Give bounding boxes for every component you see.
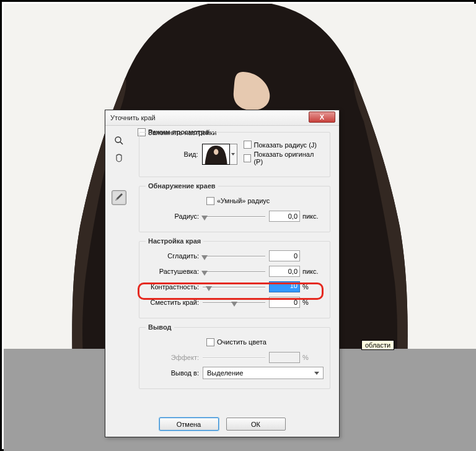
contrast-slider[interactable] bbox=[203, 282, 265, 292]
output-legend: Вывод bbox=[146, 323, 174, 331]
svg-point-0 bbox=[115, 137, 121, 142]
feather-slider[interactable] bbox=[203, 266, 265, 276]
button-row: Отмена ОК bbox=[105, 418, 339, 431]
cancel-button[interactable]: Отмена bbox=[159, 418, 219, 431]
decontaminate-label: Очистить цвета bbox=[217, 338, 267, 346]
smart-radius-label: «Умный» радиус bbox=[217, 197, 270, 204]
show-radius-checkbox[interactable] bbox=[244, 141, 252, 149]
adjust-edge-group: Настройка края Сгладить: Растушевка: bbox=[139, 237, 330, 318]
smart-radius-checkbox[interactable] bbox=[206, 197, 214, 205]
tooltip: области bbox=[361, 340, 394, 350]
close-icon: X bbox=[320, 113, 324, 121]
view-thumbnail[interactable] bbox=[202, 144, 230, 165]
view-dropdown[interactable] bbox=[230, 144, 237, 165]
show-original-checkbox[interactable] bbox=[244, 154, 252, 162]
smooth-label: Сгладить: bbox=[146, 252, 203, 260]
edges-legend: Обнаружение краев bbox=[146, 182, 218, 190]
hand-icon bbox=[114, 153, 124, 163]
edge-detection-group: Обнаружение краев «Умный» радиус Радиус:… bbox=[139, 182, 330, 232]
effect-label: Эффект: bbox=[146, 354, 203, 361]
contrast-label: Контрастность: bbox=[146, 283, 203, 291]
adjust-legend: Настройка края bbox=[146, 237, 203, 245]
contrast-unit: % bbox=[302, 283, 324, 291]
contrast-input[interactable]: 10 bbox=[269, 281, 300, 292]
viewmode-legend: Режим просмотра bbox=[146, 128, 211, 136]
shift-slider[interactable] bbox=[203, 297, 265, 307]
effect-input bbox=[269, 352, 300, 363]
radius-unit: пикс. bbox=[302, 212, 324, 220]
window-title: Уточнить край bbox=[110, 114, 156, 121]
smooth-slider[interactable] bbox=[203, 251, 265, 261]
output-group: Вывод Очистить цвета Эффект: % bbox=[139, 323, 330, 389]
smooth-input[interactable] bbox=[269, 250, 300, 261]
shift-label: Сместить край: bbox=[146, 299, 203, 306]
output-value: Выделение bbox=[207, 369, 243, 377]
svg-point-3 bbox=[213, 149, 218, 154]
show-radius-label: Показать радиус (J) bbox=[254, 141, 317, 149]
svg-line-1 bbox=[120, 142, 123, 144]
content-area: Режим просмотра Вид: bbox=[138, 128, 332, 394]
output-to-label: Вывод в: bbox=[146, 369, 203, 377]
refine-brush-tool[interactable] bbox=[112, 190, 126, 205]
feather-unit: пикс. bbox=[302, 268, 324, 275]
shift-input[interactable] bbox=[269, 297, 300, 308]
radius-slider[interactable] bbox=[203, 211, 265, 221]
shift-unit: % bbox=[302, 299, 324, 306]
hand-tool[interactable] bbox=[112, 151, 126, 165]
output-combo[interactable]: Выделение bbox=[203, 367, 324, 379]
viewmode-group: Режим просмотра Вид: bbox=[139, 128, 330, 177]
dialog-body: Режим просмотра Вид: bbox=[105, 126, 339, 437]
app-frame: области Уточнить край X bbox=[0, 0, 476, 451]
radius-label: Радиус: bbox=[146, 212, 203, 220]
tool-column bbox=[112, 133, 133, 208]
ok-button[interactable]: ОК bbox=[226, 418, 286, 431]
effect-slider bbox=[203, 352, 265, 362]
feather-input[interactable] bbox=[269, 266, 300, 277]
radius-input[interactable] bbox=[269, 211, 300, 222]
show-original-label: Показать оригинал (P) bbox=[253, 151, 324, 165]
refine-edge-dialog: Уточнить край X Режим bbox=[105, 110, 340, 437]
titlebar[interactable]: Уточнить край X bbox=[105, 110, 339, 126]
view-label: Вид: bbox=[146, 151, 202, 158]
zoom-tool[interactable] bbox=[112, 133, 126, 148]
effect-unit: % bbox=[302, 354, 324, 361]
zoom-icon bbox=[114, 136, 124, 146]
close-button[interactable]: X bbox=[309, 112, 335, 123]
brush-icon bbox=[114, 193, 124, 203]
feather-label: Растушевка: bbox=[146, 268, 203, 275]
decontaminate-checkbox[interactable] bbox=[206, 338, 214, 346]
thumbnail-icon bbox=[203, 144, 229, 164]
